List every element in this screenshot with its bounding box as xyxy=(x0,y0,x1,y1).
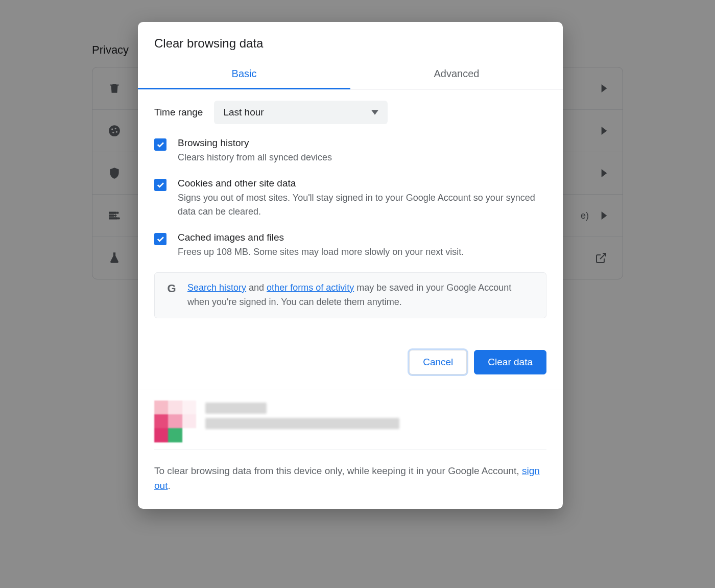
clear-data-button[interactable]: Clear data xyxy=(474,350,546,374)
item-title: Cached images and files xyxy=(178,232,464,243)
account-name-redacted xyxy=(205,403,267,414)
search-history-link[interactable]: Search history xyxy=(187,283,246,293)
item-title: Cookies and other site data xyxy=(178,178,546,189)
checkbox-row-cache: Cached images and files Frees up 108 MB.… xyxy=(154,232,546,259)
cancel-button[interactable]: Cancel xyxy=(409,350,467,374)
check-icon xyxy=(156,180,165,190)
account-row xyxy=(154,396,546,450)
account-email-redacted xyxy=(205,418,399,429)
time-range-label: Time range xyxy=(154,107,203,118)
other-activity-link[interactable]: other forms of activity xyxy=(267,283,354,293)
item-desc: Clears history from all synced devices xyxy=(178,151,332,164)
tab-basic[interactable]: Basic xyxy=(138,60,350,89)
checkbox-row-cookies: Cookies and other site data Signs you ou… xyxy=(154,178,546,219)
check-icon xyxy=(156,140,165,149)
check-icon xyxy=(156,234,165,244)
info-text: and xyxy=(246,283,267,293)
chevron-down-icon xyxy=(371,110,378,115)
checkbox-row-browsing-history: Browsing history Clears history from all… xyxy=(154,137,546,164)
tab-advanced[interactable]: Advanced xyxy=(350,60,563,89)
checkbox-cache[interactable] xyxy=(154,233,166,245)
google-account-info: G Search history and other forms of acti… xyxy=(154,272,546,318)
avatar xyxy=(154,401,196,442)
dialog-title: Clear browsing data xyxy=(138,22,563,60)
item-desc: Frees up 108 MB. Some sites may load mor… xyxy=(178,245,464,259)
google-icon: G xyxy=(165,282,178,295)
checkbox-cookies[interactable] xyxy=(154,179,166,191)
item-desc: Signs you out of most sites. You'll stay… xyxy=(178,191,546,219)
dialog-tabs: Basic Advanced xyxy=(138,60,563,89)
time-range-value: Last hour xyxy=(223,107,264,118)
signout-hint: To clear browsing data from this device … xyxy=(154,450,546,509)
clear-browsing-data-dialog: Clear browsing data Basic Advanced Time … xyxy=(138,22,563,509)
checkbox-browsing-history[interactable] xyxy=(154,138,166,151)
item-title: Browsing history xyxy=(178,137,332,149)
time-range-select[interactable]: Last hour xyxy=(214,101,388,124)
